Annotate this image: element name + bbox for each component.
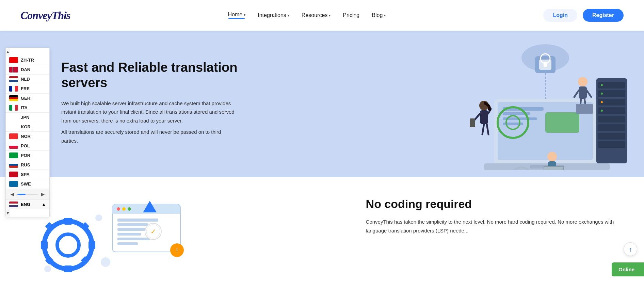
svg-rect-71 (117, 238, 150, 240)
svg-point-64 (117, 207, 120, 211)
lang-progress-fill (17, 194, 26, 195)
nav-item-resources[interactable]: Resources ▾ (302, 12, 331, 18)
brand-logo[interactable]: ConveyThis (20, 9, 70, 22)
lang-item[interactable]: NLD (6, 75, 49, 84)
lang-item[interactable]: FRE (6, 84, 49, 94)
lang-scroll-down-button[interactable]: ▼ (6, 209, 10, 217)
svg-rect-67 (117, 219, 158, 222)
arrow-icon (143, 201, 157, 212)
lang-item[interactable]: DAN (6, 65, 49, 75)
lang-code: JPN (21, 115, 29, 120)
flag-icon (9, 95, 18, 101)
svg-rect-21 (598, 116, 625, 123)
nav-actions: Login Register (543, 9, 624, 22)
lang-progress-bar (17, 194, 38, 195)
lang-item[interactable]: ITA (6, 103, 49, 113)
hero-text: Fast and Reliable translation servers We… (61, 60, 238, 148)
lang-code: NLD (21, 77, 30, 82)
flag-icon (9, 105, 18, 111)
lang-item[interactable]: ZH-TR (6, 55, 49, 65)
lang-item[interactable]: POL (6, 141, 49, 151)
svg-rect-37 (480, 110, 488, 124)
nav-item-integrations[interactable]: Integrations ▾ (258, 12, 289, 18)
svg-rect-53 (64, 218, 72, 225)
svg-line-41 (482, 124, 484, 134)
lang-code: SWE (21, 181, 31, 187)
svg-point-43 (547, 152, 557, 161)
nav-pricing-link[interactable]: Pricing (343, 12, 359, 18)
lang-code: POL (21, 143, 30, 148)
lang-code: DAN (21, 67, 30, 72)
svg-point-27 (601, 101, 603, 103)
current-flag-icon (9, 202, 18, 207)
lang-code: SPA (21, 172, 30, 177)
svg-rect-35 (576, 104, 593, 114)
lang-item[interactable]: NOR (6, 132, 49, 141)
nav-resources-link[interactable]: Resources ▾ (302, 12, 331, 18)
flag-icon (9, 143, 18, 149)
svg-text:!: ! (176, 247, 178, 254)
svg-rect-70 (117, 233, 141, 236)
lower-title: No coding required (366, 197, 624, 211)
hero-section: Fast and Reliable translation servers We… (0, 31, 644, 177)
lang-item[interactable]: SPA (6, 170, 49, 179)
lang-next-button[interactable]: ▶ (39, 191, 47, 197)
flag-icon (9, 86, 18, 92)
lang-code: KOR (21, 124, 31, 129)
lang-scroll-up-button[interactable]: ▲ (6, 48, 10, 55)
lower-para: ConveyThis has taken the simplicity to t… (366, 218, 624, 235)
svg-point-78 (95, 214, 102, 221)
flag-icon (9, 181, 18, 187)
chevron-down-icon: ▾ (329, 14, 331, 17)
nav-item-home[interactable]: Home ▾ (228, 12, 246, 19)
current-lang-code: ENG (21, 202, 30, 207)
lower-illustration: ✓ ! (20, 197, 352, 274)
lang-item[interactable]: GER (6, 94, 49, 103)
lang-prev-button[interactable]: ◀ (9, 191, 16, 197)
nav-home-link[interactable]: Home ▾ (228, 12, 246, 18)
svg-point-52 (57, 234, 79, 256)
flag-icon (9, 162, 18, 168)
lang-item[interactable]: POR (6, 151, 49, 160)
lower-right-text: No coding required ConveyThis has taken … (352, 197, 624, 235)
svg-rect-46 (544, 167, 563, 170)
lang-item[interactable]: KOR (6, 122, 49, 132)
svg-point-66 (128, 207, 131, 211)
svg-rect-55 (41, 241, 48, 249)
lang-item[interactable]: SWE (6, 179, 49, 189)
svg-point-28 (601, 110, 603, 112)
lang-item[interactable]: JPN (6, 113, 49, 122)
lower-section: ✓ ! No coding required ConveyThis has ta… (0, 177, 644, 287)
nav-blog-link[interactable]: Blog ▾ (372, 12, 386, 18)
lang-dropdown-icon: ▲ (42, 202, 46, 207)
hero-para1: We built high scalable server infrastruc… (61, 99, 238, 125)
svg-rect-4 (544, 62, 547, 67)
hero-illustration (440, 37, 630, 170)
svg-point-26 (601, 93, 603, 95)
online-button[interactable]: Online (612, 262, 644, 276)
lang-item[interactable]: RUS (6, 160, 49, 170)
svg-rect-72 (117, 242, 138, 245)
nav-item-blog[interactable]: Blog ▾ (372, 12, 386, 18)
lang-code: FRE (21, 86, 30, 91)
nav-item-pricing[interactable]: Pricing (343, 12, 359, 18)
svg-point-25 (601, 84, 603, 86)
flag-icon (9, 57, 18, 63)
active-indicator (228, 18, 245, 19)
svg-point-65 (122, 207, 126, 211)
flag-icon (9, 124, 18, 130)
register-button[interactable]: Register (583, 9, 624, 22)
hero-title: Fast and Reliable translation servers (61, 60, 238, 91)
chevron-down-icon: ▾ (384, 14, 386, 17)
scroll-top-button[interactable]: ↑ (624, 242, 637, 256)
svg-rect-11 (545, 112, 579, 133)
nav-integrations-link[interactable]: Integrations ▾ (258, 12, 289, 18)
lang-current-selection[interactable]: ENG ▲ (6, 199, 49, 209)
flag-icon (9, 133, 18, 139)
flag-icon (9, 152, 18, 158)
login-button[interactable]: Login (543, 9, 577, 22)
svg-rect-54 (64, 265, 72, 272)
svg-text:✓: ✓ (150, 228, 156, 235)
lang-code: RUS (21, 162, 30, 167)
svg-rect-40 (470, 118, 475, 127)
